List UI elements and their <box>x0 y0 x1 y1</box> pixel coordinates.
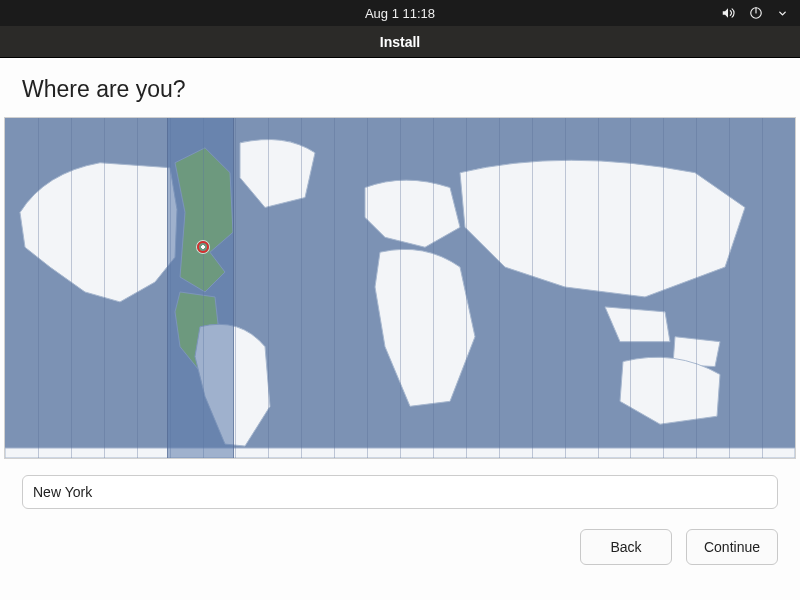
back-button[interactable]: Back <box>580 529 672 565</box>
volume-icon[interactable] <box>721 6 735 20</box>
installer-page: Where are you? <box>0 58 800 600</box>
location-row <box>0 459 800 515</box>
window-titlebar: Install <box>0 26 800 58</box>
location-input[interactable] <box>22 475 778 509</box>
page-heading: Where are you? <box>0 58 800 117</box>
timezone-map[interactable] <box>4 117 796 459</box>
nav-buttons: Back Continue <box>0 515 800 583</box>
selected-timezone-band <box>167 118 234 458</box>
location-marker[interactable] <box>197 241 209 253</box>
clock-label: Aug 1 11:18 <box>365 6 435 21</box>
window-title: Install <box>380 34 420 50</box>
status-area[interactable] <box>721 0 788 26</box>
system-top-bar: Aug 1 11:18 <box>0 0 800 26</box>
power-icon[interactable] <box>749 6 763 20</box>
continue-button[interactable]: Continue <box>686 529 778 565</box>
world-map-svg <box>5 118 795 458</box>
svg-marker-0 <box>723 8 728 17</box>
chevron-down-icon[interactable] <box>777 8 788 19</box>
